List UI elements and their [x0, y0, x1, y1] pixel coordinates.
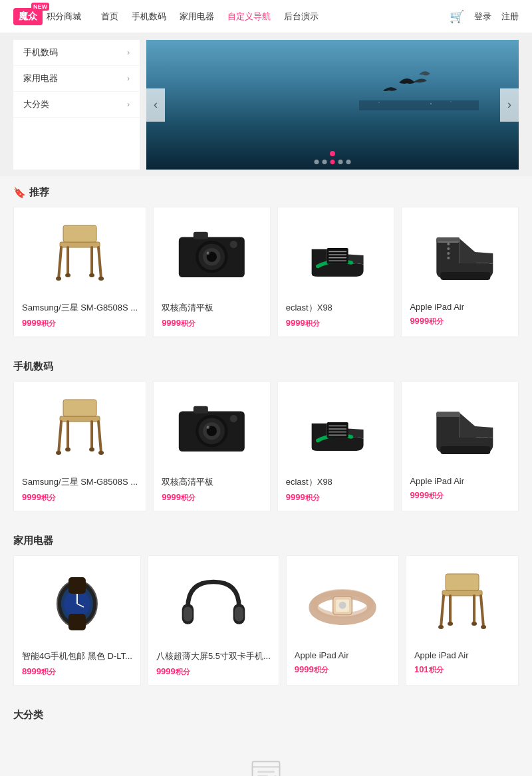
product-card[interactable]: 八核超薄大屏5.5寸双卡手机... 9999积分: [148, 555, 279, 686]
sidebar: 手机数码 › 家用电器 › 大分类 ›: [13, 40, 140, 170]
cart-icon[interactable]: 🛒: [450, 9, 464, 24]
section-phones: 手机数码: [13, 350, 519, 511]
product-card[interactable]: Samsung/三星 SM-G8508S ... 9999积分: [13, 381, 146, 511]
product-name: 智能4G手机包邮 黑色 D-LT...: [22, 650, 132, 662]
svg-point-51: [230, 415, 237, 422]
nav-home[interactable]: 首页: [101, 11, 118, 23]
dot-1[interactable]: [315, 160, 319, 164]
svg-rect-20: [194, 232, 208, 239]
dot-4[interactable]: [338, 160, 343, 164]
no-record-icon: [249, 756, 283, 776]
section-recommended: 🔖 推荐: [13, 176, 519, 337]
product-card[interactable]: 智能4G手机包邮 黑色 D-LT... 8999积分: [13, 555, 141, 686]
bracelet-image: [295, 567, 390, 640]
logo-text: 魔众: [19, 11, 37, 21]
product-card[interactable]: Apple iPad Air 9999积分: [401, 381, 519, 511]
boots-image: [410, 219, 510, 292]
product-card[interactable]: Samsung/三星 SM-G8508S ... 9999积分: [13, 207, 146, 337]
product-card[interactable]: eclast）X98 9999积分: [277, 207, 395, 337]
svg-rect-34: [60, 416, 100, 422]
svg-rect-58: [441, 446, 491, 454]
product-name: eclast）X98: [286, 476, 386, 488]
product-price: 101积分: [414, 664, 510, 675]
svg-point-83: [448, 622, 453, 626]
logo[interactable]: 魔众 NEW 积分商城: [13, 8, 81, 25]
nav-custom[interactable]: 自定义导航: [227, 11, 271, 23]
main-nav: 首页 手机数码 家用电器 自定义导航 后台演示: [101, 11, 450, 23]
product-grid-appliances: 智能4G手机包邮 黑色 D-LT... 8999积分 八核超薄大屏5.5寸双: [13, 555, 519, 686]
camera-image: [162, 219, 262, 292]
product-price: 9999积分: [410, 316, 510, 326]
svg-rect-0: [359, 100, 479, 110]
product-name: Apple iPad Air: [410, 302, 510, 312]
register-button[interactable]: 注册: [501, 11, 519, 23]
product-image-area: [414, 564, 510, 644]
product-price: 9999积分: [286, 492, 386, 503]
svg-point-40: [56, 451, 61, 455]
product-image-area: [286, 215, 386, 295]
product-name: 双核高清平板: [162, 476, 262, 488]
banner-prev-button[interactable]: ‹: [146, 88, 165, 122]
section-title-appliances: 家用电器: [13, 525, 519, 547]
product-price: 9999积分: [162, 492, 262, 503]
dot-5[interactable]: [346, 160, 351, 164]
product-card[interactable]: Apple iPad Air 9999积分: [286, 555, 399, 686]
login-button[interactable]: 登录: [474, 11, 491, 23]
banner: ‹ ›: [146, 40, 519, 170]
product-price: 9999积分: [286, 318, 386, 328]
dot-2[interactable]: [323, 160, 327, 164]
sidebar-item-phones[interactable]: 手机数码 ›: [13, 40, 140, 66]
banner-next-button[interactable]: ›: [500, 88, 519, 122]
main-content: 🔖 推荐: [0, 176, 532, 776]
nav-demo[interactable]: 后台演示: [284, 11, 319, 23]
logo-badge: NEW: [31, 3, 49, 11]
svg-rect-69: [235, 606, 243, 621]
svg-point-19: [207, 252, 209, 255]
svg-rect-65: [68, 614, 86, 630]
svg-rect-52: [327, 422, 348, 438]
svg-point-12: [65, 273, 70, 277]
svg-point-30: [448, 247, 450, 250]
chair-image: [22, 219, 138, 292]
product-card[interactable]: Apple iPad Air 101积分: [406, 555, 519, 686]
product-name: Samsung/三星 SM-G8508S ...: [22, 476, 138, 488]
svg-line-77: [441, 596, 444, 627]
recommended-icon: 🔖: [13, 187, 26, 199]
product-card[interactable]: 双核高清平板 9999积分: [153, 381, 271, 511]
product-name: 八核超薄大屏5.5寸双卡手机...: [156, 650, 271, 662]
svg-line-36: [59, 422, 61, 453]
svg-point-13: [89, 273, 94, 277]
sidebar-item-categories[interactable]: 大分类 ›: [13, 92, 140, 118]
nav-appliances[interactable]: 家用电器: [180, 11, 214, 23]
camera-image-2: [162, 393, 262, 466]
product-name: eclast）X98: [286, 302, 386, 314]
nav-phones[interactable]: 手机数码: [132, 11, 166, 23]
chair-image-3: [414, 567, 510, 640]
product-price: 9999积分: [22, 492, 138, 503]
product-image-area: [22, 564, 132, 644]
sidebar-item-appliances[interactable]: 家用电器 ›: [13, 66, 140, 92]
svg-rect-33: [441, 272, 491, 280]
product-card[interactable]: 双核高清平板 9999积分: [153, 207, 271, 337]
logo-subtitle: 积分商城: [47, 11, 81, 23]
product-grid-phones: Samsung/三星 SM-G8508S ... 9999积分: [13, 381, 519, 511]
svg-point-49: [207, 426, 209, 429]
svg-point-74: [338, 602, 346, 609]
svg-rect-50: [194, 406, 208, 414]
product-image-area: [156, 564, 271, 644]
svg-rect-75: [442, 590, 482, 596]
product-card[interactable]: eclast）X98 9999积分: [277, 381, 395, 511]
svg-point-2: [430, 103, 432, 104]
svg-point-41: [98, 451, 104, 455]
product-card[interactable]: Apple iPad Air 9999积分: [401, 207, 519, 337]
empty-state: 暂无记录: [13, 729, 519, 776]
banner-dots: [315, 160, 351, 164]
shoes-image: [286, 219, 386, 292]
section-title-categories: 大分类: [13, 699, 519, 721]
svg-line-6: [59, 247, 61, 279]
dot-3[interactable]: [331, 160, 335, 164]
product-image-area: [295, 564, 390, 644]
svg-rect-35: [63, 400, 96, 416]
svg-rect-87: [257, 771, 275, 773]
section-title-phones: 手机数码: [13, 350, 519, 373]
